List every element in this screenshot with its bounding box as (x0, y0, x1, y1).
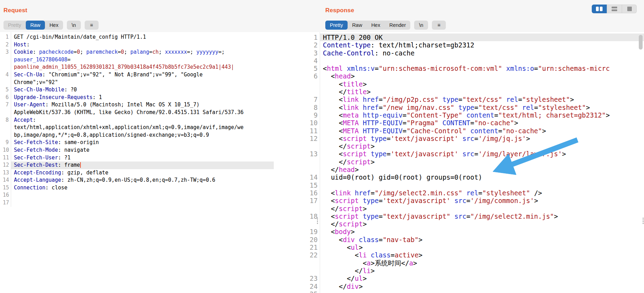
code-line[interactable]: paonline_admin_11055_16289301821_879b034… (3, 63, 274, 71)
code-line[interactable]: 11Sec-Fetch-User: ?1 (3, 154, 274, 162)
code-line[interactable]: 8 <link href="/new_img/nav.css" type="te… (289, 104, 644, 111)
code-line[interactable]: 25 (289, 290, 644, 293)
single-panel-layout-button[interactable] (622, 5, 637, 13)
code-line[interactable]: </script> (289, 158, 644, 166)
code-line[interactable]: 5<html xmlns:v="urn:schemas-microsoft-co… (289, 65, 644, 72)
columns-layout-icon (596, 7, 603, 11)
code-line[interactable]: 1GET /cgi-bin/Maintain/date_config HTTP/… (3, 33, 274, 41)
code-line[interactable]: 14 uid=0(root) gid=0(root) groups=0(root… (289, 173, 644, 181)
code-line[interactable]: 13 <script type='text/javascript' src='/… (289, 150, 644, 158)
code-line[interactable]: 3Cache-Control: no-cache (289, 49, 644, 57)
code-line[interactable]: 8Accept: (3, 117, 274, 124)
code-line[interactable]: 6Upgrade-Insecure-Requests: 1 (3, 94, 274, 102)
code-line[interactable]: 9 <meta http-equiv="Content-Type" conten… (289, 111, 644, 119)
code-line[interactable]: 5Sec-Ch-Ua-Mobile: ?0 (3, 86, 274, 94)
tab-raw[interactable]: Raw (26, 21, 45, 30)
code-text: Sec-Ch-Ua-Mobile: ?0 (11, 86, 274, 94)
tab-raw[interactable]: Raw (348, 21, 367, 30)
code-text: <li class=active> (320, 251, 644, 259)
code-text: <body> (320, 228, 644, 235)
code-line[interactable]: 22 <li class=active> (289, 251, 644, 259)
code-line[interactable]: </script> (289, 220, 644, 228)
editor-menu-button[interactable]: ≡ (85, 21, 99, 30)
code-line[interactable]: 17 <script type='text/javascript' src='/… (289, 197, 644, 204)
code-text: <title> (320, 80, 644, 88)
code-line[interactable]: </head> (289, 166, 644, 173)
code-line[interactable]: 16 (3, 191, 274, 199)
code-line[interactable]: </script> (289, 142, 644, 150)
code-line[interactable]: 18 <script type="text/javascript" src="/… (289, 212, 644, 220)
request-editor[interactable]: 1GET /cgi-bin/Maintain/date_config HTTP/… (3, 32, 274, 207)
side-by-side-layout-button[interactable] (592, 5, 607, 13)
code-text: <script type='text/javascript' src='/img… (320, 197, 644, 204)
code-line[interactable]: 23 </ul> (289, 275, 644, 282)
code-line[interactable]: 9Sec-Fetch-Site: same-origin (3, 139, 274, 146)
line-number: 24 (289, 283, 320, 290)
code-line[interactable]: pauser_1627806408= (3, 56, 274, 64)
editor-menu-button[interactable]: ≡ (432, 21, 446, 30)
tab-render[interactable]: Render (385, 21, 411, 30)
code-text: Accept: (11, 117, 274, 124)
code-line[interactable]: 13Accept-Encoding: gzip, deflate (3, 169, 274, 177)
line-number: 1 (3, 33, 11, 41)
tab-pretty[interactable]: Pretty (325, 21, 348, 30)
code-line[interactable]: 12Sec-Fetch-Dest: frame (3, 161, 274, 169)
code-line[interactable]: 2Content-type: text/html;charset=gb2312 (289, 41, 644, 49)
code-line[interactable]: 4 (289, 57, 644, 65)
code-line[interactable]: 24 </div> (289, 283, 644, 290)
response-header: Response PrettyRawHexRender \n≡ (289, 0, 644, 32)
code-line[interactable]: 2Host: (3, 41, 274, 49)
tab-hex[interactable]: Hex (45, 21, 63, 30)
code-line[interactable]: AppleWebKit/537.36 (KHTML, like Gecko) C… (3, 109, 274, 117)
code-line[interactable]: <a>系统时间</a> (289, 259, 644, 267)
code-line[interactable]: 17 (3, 199, 274, 207)
code-line[interactable]: 10Sec-Fetch-Mode: navigate (3, 146, 274, 154)
code-line[interactable]: 21 <ul> (289, 243, 644, 251)
code-line[interactable]: 16 <link href="/img/select2.min.css" rel… (289, 189, 644, 197)
code-text: <META HTTP-EQUIV="Cache-Control" content… (320, 127, 644, 135)
code-line[interactable]: 10 <META HTTP-EQUIV="Pragma" CONTENT="no… (289, 119, 644, 127)
line-number (289, 166, 320, 173)
vertical-scrollbar-thumb[interactable] (639, 35, 643, 50)
newline-toggle-button[interactable]: \n (67, 21, 81, 30)
stacked-layout-button[interactable] (607, 5, 622, 13)
layout-toggle-control (592, 5, 637, 13)
response-editor-left-drag-handle[interactable] (317, 218, 318, 224)
response-editor-right-drag-handle[interactable] (643, 218, 644, 224)
code-line[interactable]: 15Connection: close (3, 184, 274, 192)
code-line[interactable]: 4Sec-Ch-Ua: "Chromium";v="92", " Not A;B… (3, 71, 274, 79)
code-line[interactable]: 11 <META HTTP-EQUIV="Cache-Control" cont… (289, 127, 644, 135)
line-number: 20 (289, 236, 320, 243)
code-line[interactable]: Chrome";v="92" (3, 79, 274, 87)
code-line[interactable]: 15 (289, 181, 644, 189)
code-line[interactable]: 20 <div class="nav-tab"> (289, 236, 644, 243)
code-line[interactable]: <title> (289, 80, 644, 88)
code-line[interactable]: 19 <body> (289, 228, 644, 235)
code-line[interactable]: 7 <link href="/img/p2p.css" type="text/c… (289, 96, 644, 103)
code-line[interactable]: 14Accept-Language: zh-CN,zh;q=0.9,en-US;… (3, 176, 274, 184)
line-number: 11 (3, 154, 11, 162)
line-number: 13 (3, 169, 11, 177)
code-line[interactable]: 7User-Agent: Mozilla/5.0 (Macintosh; Int… (3, 101, 274, 109)
code-line[interactable]: 12 <script type='text/javascript' src='/… (289, 135, 644, 142)
newline-toggle-button[interactable]: \n (414, 21, 428, 30)
code-line[interactable]: bp,image/apng,*/*;q=0.8,application/sign… (3, 132, 274, 139)
response-editor[interactable]: 1HTTP/1.0 200 OK2Content-type: text/html… (289, 32, 644, 293)
code-line[interactable]: </script> (289, 205, 644, 212)
line-number (289, 267, 320, 275)
code-text: <script type='text/javascript' src='/img… (320, 150, 644, 158)
code-line[interactable]: text/html,application/xhtml+xml,applicat… (3, 124, 274, 132)
request-panel: Request PrettyRawHex \n≡ 1GET /cgi-bin/M… (0, 0, 289, 293)
tab-hex[interactable]: Hex (367, 21, 385, 30)
code-text (320, 290, 644, 293)
line-number: 22 (289, 251, 320, 259)
code-line[interactable]: 6 <head> (289, 72, 644, 80)
line-number (289, 158, 320, 166)
code-text: </ul> (320, 275, 644, 282)
code-line[interactable]: 1HTTP/1.0 200 OK (289, 33, 644, 41)
code-line[interactable]: </li> (289, 267, 644, 275)
code-line[interactable]: 3Cookie: pacheckcode=0; paremcheck=0; pa… (3, 48, 274, 56)
text-cursor (80, 162, 81, 168)
line-number: 23 (289, 275, 320, 282)
code-line[interactable]: </title> (289, 88, 644, 96)
